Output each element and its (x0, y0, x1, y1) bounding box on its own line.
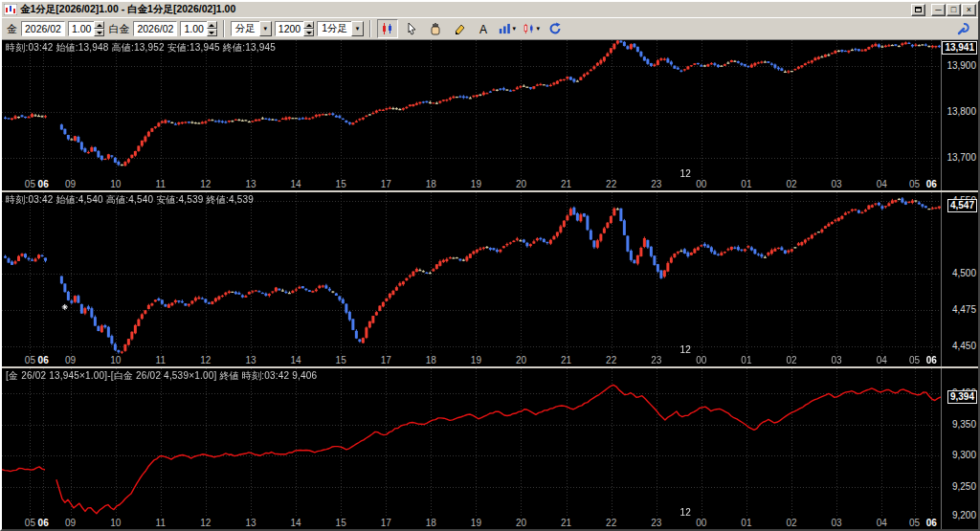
gold-contract-field[interactable]: 2026/02 (21, 21, 65, 36)
time-axis-label: 03 (832, 518, 842, 529)
time-axis-label: 12 (200, 355, 211, 366)
bar-chart-button[interactable]: ▾ (497, 19, 518, 38)
dropdown-arrow-icon[interactable]: ▾ (259, 21, 272, 36)
platinum-multiplier-spinner[interactable]: 1.00 (180, 21, 216, 36)
time-axis-label: 02 (786, 355, 796, 366)
settings-button[interactable] (953, 19, 974, 38)
spread-price-axis[interactable]: 9,4009,3509,3009,2509,2009,394 (941, 368, 978, 529)
spread-plot-area[interactable]: [金 26/02 13,945×1.00]-[白金 26/02 4,539×1.… (2, 368, 941, 529)
time-axis-label: 21 (561, 179, 571, 190)
time-axis-label: 20 (516, 179, 526, 190)
pointer-tool-button[interactable] (401, 19, 422, 38)
time-axis-label: 09 (65, 518, 76, 529)
time-axis-label: 05 (909, 179, 920, 190)
platinum-contract-field[interactable]: 2026/02 (133, 21, 177, 36)
time-axis-label: 13 (245, 179, 256, 190)
time-axis-label: 13 (245, 518, 256, 529)
text-tool-button[interactable]: A (473, 19, 494, 38)
spin-down-icon (207, 29, 217, 36)
price-axis-label: 9,300 (952, 450, 976, 460)
time-axis-label: 23 (651, 179, 661, 190)
time-axis-label: 05 (25, 179, 35, 190)
gold-multiplier-spinner[interactable]: 1.00 (68, 21, 104, 36)
time-axis-label: 19 (471, 179, 481, 190)
time-axis-label: 02 (786, 518, 796, 529)
time-axis-label: 13 (245, 355, 256, 366)
bar-chart-icon (499, 22, 511, 35)
dropdown-arrow-icon: ▾ (513, 25, 517, 33)
time-axis-label: 18 (426, 179, 436, 190)
time-axis-label: 06 (38, 518, 49, 529)
last-price-box: 13,941 (942, 41, 977, 55)
period-type-dropdown[interactable]: 分足 ▾ (231, 21, 272, 36)
time-axis-label: 06 (38, 179, 49, 190)
time-axis-label: 10 (110, 179, 121, 190)
time-axis-label: 02 (786, 179, 796, 190)
gold-candle-canvas[interactable] (2, 40, 941, 179)
time-axis-label: 17 (381, 179, 391, 190)
spinner-arrows[interactable] (303, 21, 314, 36)
titlebar: 金1分足[2026/02]1.00 - 白金1分足[2026/02]1.00 ─… (2, 2, 978, 17)
chart-area: 時刻:03:42 始値:13,948 高値:13,952 安値:13,945 終… (2, 40, 978, 529)
gold-plot-area[interactable]: 時刻:03:42 始値:13,948 高値:13,952 安値:13,945 終… (2, 40, 941, 190)
pencil-tool-button[interactable] (449, 19, 470, 38)
platinum-plot-area[interactable]: 時刻:03:42 始値:4,540 高値:4,540 安値:4,539 終値:4… (2, 192, 941, 366)
time-axis-label: 05 (25, 518, 35, 529)
gold-multiplier-value: 1.00 (68, 21, 94, 36)
hand-tool-button[interactable] (425, 19, 446, 38)
time-axis-label: 20 (516, 355, 526, 366)
bar-count-value: 1200 (275, 21, 303, 36)
minimize-button[interactable]: ─ (931, 4, 946, 16)
time-axis-label: 12 (200, 179, 211, 190)
spin-up-icon (303, 21, 314, 29)
candle-style-button[interactable] (377, 19, 398, 38)
bar-count-spinner[interactable]: 1200 (275, 21, 314, 36)
child-window-button[interactable] (911, 4, 925, 16)
period-type-value: 分足 (231, 21, 259, 36)
refresh-button[interactable] (545, 19, 566, 38)
timeframe-dropdown[interactable]: 1分足 ▾ (317, 21, 364, 36)
time-axis-label: 15 (336, 355, 346, 366)
platinum-time-axis: 0506091011121314151718192021222300010203… (2, 355, 941, 366)
app-icon (4, 4, 17, 15)
spin-down-icon (303, 29, 314, 36)
time-axis-label: 06 (926, 518, 937, 529)
spinner-arrows[interactable] (207, 21, 217, 36)
time-axis-label: 17 (381, 355, 391, 366)
time-axis-label: 00 (696, 355, 706, 366)
time-axis-label: 06 (38, 355, 49, 366)
candlestick-chart-button[interactable]: ▾ (521, 19, 542, 38)
time-axis-label: 09 (65, 179, 76, 190)
time-axis-label: 10 (110, 355, 121, 366)
maximize-button[interactable]: □ (947, 4, 961, 16)
close-button[interactable]: × (962, 4, 976, 16)
spread-line-canvas[interactable] (2, 368, 941, 518)
time-axis-label: 19 (471, 355, 481, 366)
spinner-arrows[interactable] (94, 21, 104, 36)
pointer-icon (404, 22, 419, 35)
platinum-candle-canvas[interactable] (2, 192, 941, 355)
time-axis-label: 03 (832, 179, 842, 190)
time-axis-label: 10 (110, 518, 121, 529)
spread-chart-panel: [金 26/02 13,945×1.00]-[白金 26/02 4,539×1.… (2, 368, 978, 529)
time-axis-label: 18 (426, 355, 436, 366)
price-axis-label: 13,900 (947, 60, 976, 71)
time-axis-label: 23 (651, 518, 661, 529)
time-axis-label: 22 (606, 179, 616, 190)
dropdown-arrow-icon[interactable]: ▾ (351, 21, 364, 36)
price-axis-label: 9,350 (952, 419, 976, 430)
date-label: 12 (680, 344, 691, 355)
time-axis-label: 05 (909, 355, 920, 366)
toolbar: 金 2026/02 1.00 白金 2026/02 1.00 分足 ▾ 1200… (2, 17, 978, 40)
gold-chart-panel: 時刻:03:42 始値:13,948 高値:13,952 安値:13,945 終… (2, 40, 978, 190)
spread-formula-info: [金 26/02 13,945×1.00]-[白金 26/02 4,539×1.… (6, 369, 317, 383)
platinum-bar-info: 時刻:03:42 始値:4,540 高値:4,540 安値:4,539 終値:4… (6, 193, 254, 207)
hand-icon (428, 22, 443, 35)
pencil-icon (452, 22, 467, 35)
platinum-price-axis[interactable]: 4,5504,5004,4754,4504,547 (941, 192, 978, 366)
candle-style-icon (380, 22, 395, 35)
gold-price-axis[interactable]: 13,90013,80013,70013,941 (941, 40, 978, 190)
time-axis-label: 01 (741, 355, 751, 366)
restore-icon (915, 7, 922, 12)
price-axis-label: 4,450 (952, 341, 976, 351)
